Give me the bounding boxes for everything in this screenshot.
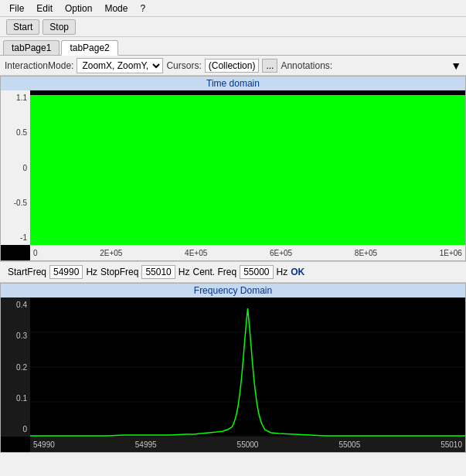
cursors-value[interactable]: (Collection) (205, 59, 260, 73)
hz2-label: Hz (179, 267, 190, 277)
time-y-label-1: 1.1 (1, 94, 30, 102)
menu-edit[interactable]: Edit (30, 2, 59, 15)
hz1-label: Hz (86, 267, 97, 277)
time-domain-title: Time domain (1, 76, 465, 90)
annotations-label: Annotations: (281, 60, 332, 71)
ellipsis-button[interactable]: ... (262, 59, 277, 73)
cent-freq-label: Cent. Freq (192, 267, 236, 277)
annotations-dropdown-icon[interactable]: ▼ (451, 60, 461, 72)
freq-domain-wrapper: Frequency Domain 0.4 0.3 0.2 0.1 0 54990… (0, 283, 466, 453)
cursors-label: Cursors: (166, 60, 201, 71)
tab-page1[interactable]: tabPage1 (3, 40, 60, 55)
menu-option[interactable]: Option (59, 2, 98, 15)
toolbar: Start Stop (0, 17, 466, 37)
interaction-mode-select[interactable]: ZoomX, ZoomY, (77, 58, 163, 73)
time-x-label-1: 2E+05 (100, 249, 122, 257)
freq-settings-bar: StartFreq 54990 Hz StopFreq 55010 Hz Cen… (0, 261, 466, 283)
time-domain-wrapper: Time domain 1.1 0.5 0 -0.5 -1 0 2E+05 4E… (0, 76, 466, 261)
interaction-bar: InteractionMode: ZoomX, ZoomY, Cursors: … (0, 56, 466, 76)
freq-y-label-5: 0 (1, 425, 30, 434)
time-x-label-2: 4E+05 (185, 249, 207, 257)
time-y-axis: 1.1 0.5 0 -0.5 -1 (1, 90, 30, 245)
freq-y-label-3: 0.2 (1, 363, 30, 372)
stop-freq-label: StopFreq (100, 267, 138, 277)
time-y-label-5: -1 (1, 233, 30, 242)
time-domain-chart[interactable]: 1.1 0.5 0 -0.5 -1 0 2E+05 4E+05 6E+05 8E… (1, 90, 465, 260)
freq-x-label-4: 55010 (440, 440, 462, 449)
time-y-label-2: 0.5 (1, 128, 30, 137)
stop-button[interactable]: Stop (43, 19, 76, 35)
freq-x-label-1: 54995 (135, 440, 157, 449)
cent-freq-value[interactable]: 55000 (240, 265, 273, 279)
menu-help[interactable]: ? (134, 2, 151, 15)
time-x-label-0: 0 (33, 249, 38, 257)
time-top-line (30, 90, 465, 95)
freq-y-label-4: 0.1 (1, 394, 30, 403)
menu-mode[interactable]: Mode (98, 2, 134, 15)
menu-file[interactable]: File (3, 2, 30, 15)
time-x-label-5: 1E+06 (440, 249, 462, 257)
time-x-label-3: 6E+05 (270, 249, 292, 257)
interaction-mode-label: InteractionMode: (5, 60, 73, 71)
freq-y-label-2: 0.3 (1, 332, 30, 340)
freq-x-axis: 54990 54995 55000 55005 55010 (30, 437, 465, 452)
time-y-label-3: 0 (1, 164, 30, 172)
tab-page2[interactable]: tabPage2 (61, 40, 117, 56)
time-y-label-4: -0.5 (1, 199, 30, 207)
start-freq-label: StartFreq (8, 267, 46, 277)
tabs-bar: tabPage1 tabPage2 (0, 37, 466, 56)
start-button[interactable]: Start (6, 19, 39, 35)
freq-x-label-3: 55005 (338, 440, 360, 449)
start-freq-value[interactable]: 54990 (49, 265, 83, 279)
freq-x-label-0: 54990 (33, 440, 55, 449)
freq-domain-title: Frequency Domain (1, 284, 465, 298)
menubar: File Edit Option Mode ? (0, 0, 466, 17)
freq-y-axis: 0.4 0.3 0.2 0.1 0 (1, 298, 30, 437)
hz3-label: Hz (277, 267, 288, 277)
freq-x-label-2: 55000 (237, 440, 259, 449)
time-plot-area (30, 90, 465, 245)
time-x-label-4: 8E+05 (355, 249, 377, 257)
ok-button[interactable]: OK (291, 267, 304, 277)
stop-freq-value[interactable]: 55010 (141, 265, 175, 279)
time-x-axis: 0 2E+05 4E+05 6E+05 8E+05 1E+06 (30, 245, 465, 260)
freq-domain-chart[interactable]: 0.4 0.3 0.2 0.1 0 54990 54995 55000 5500… (1, 298, 465, 452)
freq-plot-svg (30, 298, 465, 437)
freq-y-label-1: 0.4 (1, 301, 30, 309)
